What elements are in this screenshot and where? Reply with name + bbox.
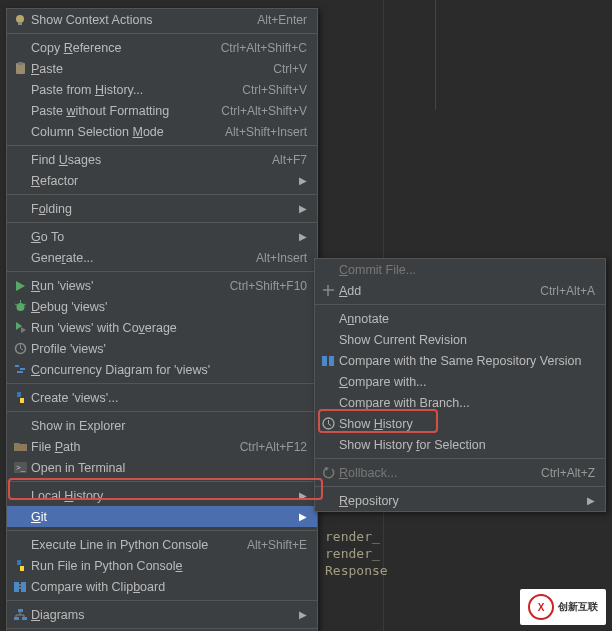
svg-line-12 [20, 349, 23, 351]
svg-rect-1 [18, 22, 22, 25]
menu-debug[interactable]: Debug 'views' [7, 296, 317, 317]
concurrency-icon [11, 362, 29, 378]
svg-rect-13 [15, 365, 19, 367]
python-icon [11, 558, 29, 574]
menu-copy-reference[interactable]: Copy Reference Ctrl+Alt+Shift+C [7, 37, 317, 58]
submenu-arrow-icon: ▶ [299, 203, 307, 214]
svg-text:>_: >_ [16, 463, 26, 472]
menu-rollback: Rollback... Ctrl+Alt+Z [315, 462, 605, 483]
menu-run-file-console[interactable]: Run File in Python Console [7, 555, 317, 576]
submenu-arrow-icon: ▶ [299, 511, 307, 522]
coverage-icon [11, 320, 29, 336]
run-icon [11, 278, 29, 294]
svg-rect-23 [322, 356, 327, 366]
svg-rect-19 [21, 582, 26, 592]
svg-rect-3 [18, 62, 23, 65]
bulb-icon [11, 12, 29, 28]
menu-file-path[interactable]: File Path Ctrl+Alt+F12 [7, 436, 317, 457]
submenu-arrow-icon: ▶ [299, 609, 307, 620]
clock-icon [319, 416, 337, 432]
menu-paste-without-formatting[interactable]: Paste without Formatting Ctrl+Alt+Shift+… [7, 100, 317, 121]
menu-refactor[interactable]: Refactor ▶ [7, 170, 317, 191]
menu-commit-file: Commit File... [315, 259, 605, 280]
menu-column-selection[interactable]: Column Selection Mode Alt+Shift+Insert [7, 121, 317, 142]
profile-icon [11, 341, 29, 357]
menu-find-usages[interactable]: Find Usages Alt+F7 [7, 149, 317, 170]
python-icon [11, 390, 29, 406]
menu-show-context-actions[interactable]: Show Context Actions Alt+Enter [7, 9, 317, 30]
menu-goto[interactable]: Go To ▶ [7, 226, 317, 247]
diff-icon [319, 353, 337, 369]
git-submenu: Commit File... Add Ctrl+Alt+A Annotate S… [314, 258, 606, 512]
menu-show-current-revision[interactable]: Show Current Revision [315, 329, 605, 350]
menu-compare-clipboard[interactable]: Compare with Clipboard [7, 576, 317, 597]
paste-icon [11, 61, 29, 77]
menu-create[interactable]: Create 'views'... [7, 387, 317, 408]
menu-folding[interactable]: Folding ▶ [7, 198, 317, 219]
svg-rect-24 [329, 356, 334, 366]
terminal-icon: >_ [11, 460, 29, 476]
svg-rect-21 [14, 617, 19, 620]
watermark-logo: X 创新互联 [520, 589, 606, 625]
editor-code-fragment: render_ render_ Response [325, 528, 388, 579]
menu-compare-with[interactable]: Compare with... [315, 371, 605, 392]
context-menu-main: Show Context Actions Alt+Enter Copy Refe… [6, 8, 318, 631]
svg-line-7 [15, 304, 17, 305]
menu-show-explorer[interactable]: Show in Explorer [7, 415, 317, 436]
svg-rect-14 [20, 368, 25, 370]
svg-point-0 [16, 15, 24, 23]
menu-open-terminal[interactable]: >_ Open in Terminal [7, 457, 317, 478]
submenu-arrow-icon: ▶ [299, 231, 307, 242]
folder-icon [11, 439, 29, 455]
menu-show-history-selection[interactable]: Show History for Selection [315, 434, 605, 455]
menu-run-coverage[interactable]: Run 'views' with Coverage [7, 317, 317, 338]
diagram-icon [11, 607, 29, 623]
menu-concurrency[interactable]: Concurrency Diagram for 'views' [7, 359, 317, 380]
submenu-arrow-icon: ▶ [299, 175, 307, 186]
menu-git[interactable]: Git ▶ [7, 506, 317, 527]
diff-icon [11, 579, 29, 595]
menu-local-history[interactable]: Local History ▶ [7, 485, 317, 506]
svg-rect-20 [18, 609, 23, 612]
menu-repository[interactable]: Repository ▶ [315, 490, 605, 511]
menu-paste[interactable]: Paste Ctrl+V [7, 58, 317, 79]
svg-rect-18 [14, 582, 19, 592]
svg-point-5 [16, 303, 24, 311]
menu-profile[interactable]: Profile 'views' [7, 338, 317, 359]
svg-marker-26 [325, 467, 329, 471]
menu-paste-history[interactable]: Paste from History... Ctrl+Shift+V [7, 79, 317, 100]
submenu-arrow-icon: ▶ [299, 490, 307, 501]
svg-rect-15 [17, 371, 23, 373]
menu-diagrams[interactable]: Diagrams ▶ [7, 604, 317, 625]
debug-icon [11, 299, 29, 315]
menu-add[interactable]: Add Ctrl+Alt+A [315, 280, 605, 301]
menu-execute-line[interactable]: Execute Line in Python Console Alt+Shift… [7, 534, 317, 555]
rollback-icon [319, 465, 337, 481]
menu-show-history[interactable]: Show History [315, 413, 605, 434]
plus-icon [319, 283, 337, 299]
menu-compare-same-repo[interactable]: Compare with the Same Repository Version [315, 350, 605, 371]
menu-compare-branch[interactable]: Compare with Branch... [315, 392, 605, 413]
submenu-arrow-icon: ▶ [587, 495, 595, 506]
menu-generate[interactable]: Generate... Alt+Insert [7, 247, 317, 268]
menu-annotate[interactable]: Annotate [315, 308, 605, 329]
menu-run[interactable]: Run 'views' Ctrl+Shift+F10 [7, 275, 317, 296]
svg-rect-22 [22, 617, 27, 620]
svg-line-8 [24, 304, 26, 305]
svg-marker-4 [16, 281, 25, 291]
